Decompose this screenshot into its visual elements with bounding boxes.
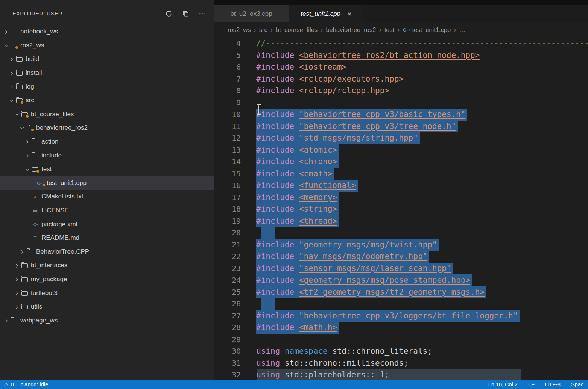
line-number[interactable]: 31 <box>214 357 241 369</box>
code-line-8[interactable]: 8#include <rclcpp/rclcpp.hpp> <box>214 85 588 97</box>
line-number[interactable]: 17 <box>214 192 241 204</box>
status-indentation[interactable]: Spac <box>571 381 583 387</box>
line-number[interactable]: 6 <box>214 61 241 73</box>
line-number[interactable]: 26 <box>214 298 241 310</box>
code-line-20[interactable]: 20 <box>214 227 588 239</box>
tree-item-src[interactable]: src <box>0 94 214 107</box>
status-clangd[interactable]: clangd: idle <box>21 381 48 387</box>
line-number[interactable]: 16 <box>214 180 241 192</box>
line-number[interactable]: 14 <box>214 156 241 168</box>
line-number[interactable]: 12 <box>214 132 241 144</box>
code-line-27[interactable]: 27#include "behaviortree_cpp_v3/loggers/… <box>214 310 588 322</box>
code-line-31[interactable]: 31using std::chrono::milliseconds; <box>214 357 588 369</box>
breadcrumb-item-bt_course_files[interactable]: bt_course_files <box>276 26 318 33</box>
line-number[interactable]: 22 <box>214 251 241 263</box>
line-number[interactable]: 10 <box>214 109 241 121</box>
status-cursor-position[interactable]: Ln 10, Col 2 <box>488 381 518 387</box>
code-line-16[interactable]: 16#include <functional> <box>214 180 588 192</box>
tree-item-test[interactable]: test <box>0 162 214 176</box>
status-encoding[interactable]: UTF-8 <box>545 381 561 387</box>
tree-item-include[interactable]: include <box>0 148 214 162</box>
code-line-9[interactable]: 9 <box>214 97 588 109</box>
code-line-19[interactable]: 19#include <thread> <box>214 215 588 227</box>
code-line-14[interactable]: 14#include <chrono> <box>214 156 588 168</box>
tree-item-package.xml[interactable]: <>package.xml <box>0 217 214 231</box>
tree-item-my_package[interactable]: my_package <box>0 272 214 286</box>
tree-item-README.md[interactable]: ≡README.md <box>0 231 214 245</box>
line-number[interactable]: 7 <box>214 73 241 85</box>
line-number[interactable]: 28 <box>214 322 241 334</box>
line-number[interactable]: 25 <box>214 286 241 298</box>
tree-item-LICENSE[interactable]: ▤LICENSE <box>0 204 214 218</box>
tree-item-BehaviorTree.CPP[interactable]: BehaviorTree.CPP <box>0 245 214 259</box>
code-line-28[interactable]: 28#include <math.h> <box>214 322 588 334</box>
breadcrumb-item-test[interactable]: test <box>384 26 395 33</box>
code-line-23[interactable]: 23#include "sensor_msgs/msg/laser_scan.h… <box>214 263 588 275</box>
code-line-21[interactable]: 21#include "geometry_msgs/msg/twist.hpp" <box>214 239 588 251</box>
code-line-5[interactable]: 5#include <behaviortree_ros2/bt_action_n… <box>214 50 588 62</box>
code-line-25[interactable]: 25#include <tf2_geometry_msgs/tf2_geomet… <box>214 286 588 298</box>
line-number[interactable]: 30 <box>214 345 241 357</box>
code-line-26[interactable]: 26 <box>214 298 588 310</box>
refresh-icon[interactable] <box>164 9 173 18</box>
code-line-10[interactable]: 10#include "behaviortree_cpp_v3/basic_ty… <box>214 109 588 121</box>
line-number[interactable]: 8 <box>214 85 241 97</box>
line-number[interactable]: 21 <box>214 239 241 251</box>
line-number[interactable]: 19 <box>214 215 241 227</box>
code-line-13[interactable]: 13#include <atomic> <box>214 144 588 156</box>
code-line-24[interactable]: 24#include <geometry_msgs/msg/pose_stamp… <box>214 274 588 286</box>
line-number[interactable]: 23 <box>214 263 241 275</box>
code-line-30[interactable]: 30using namespace std::chrono_literals; <box>214 345 588 357</box>
tree-item-bt_course_files[interactable]: bt_course_files <box>0 107 214 121</box>
breadcrumb-item-behaviortree_ros2[interactable]: behaviortree_ros2 <box>326 26 376 33</box>
status-problems[interactable]: ⚠0 <box>4 381 14 387</box>
tree-item-notebook_ws[interactable]: notebook_ws <box>0 25 214 39</box>
tree-item-behaviortree_ros2[interactable]: behaviortree_ros2 <box>0 121 214 135</box>
tree-item-utils[interactable]: utils <box>0 300 214 314</box>
close-icon[interactable]: × <box>347 10 352 18</box>
horizontal-scrollbar[interactable] <box>257 369 521 380</box>
code-line-6[interactable]: 6#include <iostream> <box>214 61 588 73</box>
code-line-4[interactable]: 4//-------------------------------------… <box>214 38 588 50</box>
status-eol[interactable]: LF <box>528 381 535 387</box>
code-line-29[interactable]: 29 <box>214 334 588 346</box>
line-number[interactable]: 18 <box>214 203 241 215</box>
breadcrumb-item-src[interactable]: src <box>259 26 267 33</box>
collapse-folders-icon[interactable] <box>181 9 190 18</box>
tree-item-turtlebot3[interactable]: turtlebot3 <box>0 286 214 300</box>
tree-item-bt_interfaces[interactable]: bt_interfaces <box>0 259 214 272</box>
breadcrumb-item-test_unit1.cpp[interactable]: C++test_unit1.cpp <box>403 26 451 33</box>
line-number[interactable]: 5 <box>214 50 241 62</box>
line-number[interactable]: 4 <box>214 38 241 50</box>
code-line-17[interactable]: 17#include <memory> <box>214 192 588 204</box>
code-editor[interactable]: 4//-------------------------------------… <box>214 38 588 380</box>
line-number[interactable]: 24 <box>214 274 241 286</box>
tree-item-log[interactable]: log <box>0 80 214 94</box>
code-line-11[interactable]: 11#include "behaviortree_cpp_v3/tree_nod… <box>214 121 588 133</box>
more-actions-icon[interactable]: ⋯ <box>198 9 207 18</box>
tab-bt_u2_ex3.cpp[interactable]: bt_u2_ex3.cpp <box>214 5 289 22</box>
line-number[interactable]: 27 <box>214 310 241 322</box>
code-line-18[interactable]: 18#include <string> <box>214 203 588 215</box>
tree-item-test_unit1.cpp[interactable]: C++test_unit1.cpp <box>0 176 214 190</box>
line-number[interactable]: 9 <box>214 97 241 109</box>
tree-item-webpage_ws[interactable]: webpage_ws <box>0 313 214 327</box>
code-line-7[interactable]: 7#include <rclcpp/executors.hpp> <box>214 73 588 85</box>
tree-item-CMakeLists.txt[interactable]: ▲CMakeLists.txt <box>0 190 214 204</box>
code-line-22[interactable]: 22#include "nav_msgs/msg/odometry.hpp" <box>214 251 588 263</box>
tab-test_unit1.cpp[interactable]: test_unit1.cpp× <box>289 5 363 22</box>
line-number[interactable]: 11 <box>214 121 241 133</box>
line-number[interactable]: 32 <box>214 369 241 380</box>
line-number[interactable]: 29 <box>214 334 241 346</box>
code-line-15[interactable]: 15#include <cmath> <box>214 168 588 180</box>
tree-item-ros2_ws[interactable]: ros2_ws <box>0 39 214 53</box>
tree-item-action[interactable]: action <box>0 135 214 149</box>
line-number[interactable]: 20 <box>214 227 241 239</box>
breadcrumb-item-ros2_ws[interactable]: ros2_ws <box>228 26 251 33</box>
tree-item-install[interactable]: install <box>0 66 214 80</box>
line-number[interactable]: 15 <box>214 168 241 180</box>
line-number[interactable]: 13 <box>214 144 241 156</box>
code-line-12[interactable]: 12#include "std_msgs/msg/string.hpp" <box>214 132 588 144</box>
tree-item-build[interactable]: build <box>0 52 214 66</box>
breadcrumb-item-…[interactable]: … <box>459 26 465 33</box>
